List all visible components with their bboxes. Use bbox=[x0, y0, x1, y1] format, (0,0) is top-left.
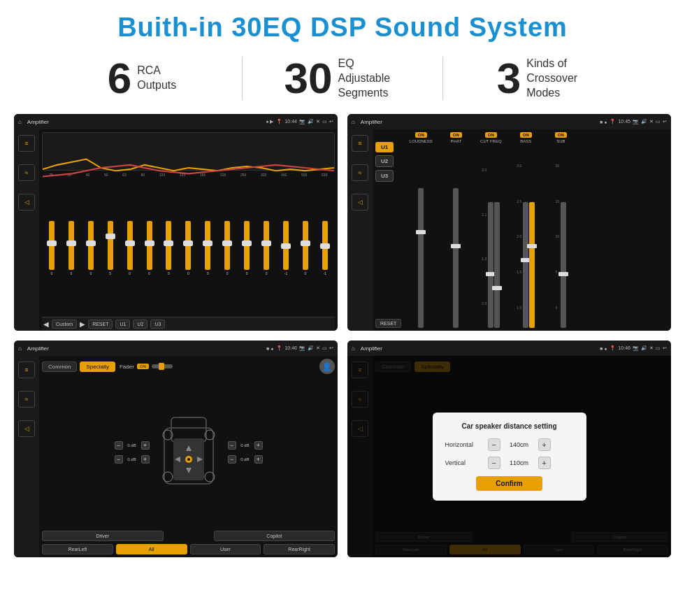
cutfreq-freq-labels: 3.02.11.30.5 bbox=[482, 145, 486, 328]
cutfreq-label: CUT FREQ bbox=[480, 139, 502, 143]
vol-left: − 0 dB + − 0 dB + bbox=[115, 441, 150, 464]
eq-u3-button[interactable]: U3 bbox=[150, 320, 165, 329]
vol-lt-minus[interactable]: − bbox=[115, 441, 123, 450]
vol-lt-plus[interactable]: + bbox=[141, 441, 150, 450]
bass-on-badge: ON bbox=[520, 132, 532, 138]
screen1-body: ≡ ≈ ◁ 2532405063 80100125160200 25032040… bbox=[14, 129, 338, 331]
confirm-button[interactable]: Confirm bbox=[476, 476, 542, 491]
loudness-on-badge: ON bbox=[415, 132, 427, 138]
specialty-tab[interactable]: Specialty bbox=[80, 361, 115, 372]
screen2-status-icons: 📍 10:45 📷 🔊 ✕ ▭ ↩ bbox=[610, 119, 667, 124]
eq-next-button[interactable]: ▶ bbox=[80, 320, 85, 328]
stat-rca: 6 RCA Outputs bbox=[42, 57, 242, 100]
loudness-slider[interactable] bbox=[418, 145, 424, 328]
crossover-channels: ON LOUDNESS ON PHAT bbox=[405, 132, 668, 328]
screens-grid: ⌂ Amplifier ● ▶ 📍 10:44 📷 🔊 ✕ ▭ ↩ ≡ ≈ ◁ bbox=[0, 110, 685, 564]
stat-crossover: 3 Kinds of Crossover Modes bbox=[442, 57, 643, 100]
sub-freq-labels: 20151050 bbox=[556, 145, 560, 328]
rearleft-button[interactable]: RearLeft bbox=[42, 544, 113, 554]
screen3-topbar: ⌂ Amplifier ■ ● 📍 10:46 📷 🔊 ✕ ▭ ↩ bbox=[14, 341, 338, 356]
bass-freq-labels: 3.02.52.01.51.0 bbox=[517, 145, 521, 328]
screen1-topbar: ⌂ Amplifier ● ▶ 📍 10:44 📷 🔊 ✕ ▭ ↩ bbox=[14, 114, 338, 129]
screen4-status-icons: 📍 10:46 📷 🔊 ✕ ▭ ↩ bbox=[610, 345, 667, 351]
vol-left-top: − 0 dB + bbox=[115, 441, 150, 450]
vol-lb-plus[interactable]: + bbox=[141, 455, 150, 464]
vol-right-top: − 0 dB + bbox=[228, 441, 263, 450]
common-tab[interactable]: Common bbox=[42, 361, 77, 372]
fader-slider[interactable] bbox=[152, 364, 173, 368]
screen-speaker: ⌂ Amplifier ■ ● 📍 10:46 📷 🔊 ✕ ▭ ↩ ≡ ≈ ◁ bbox=[14, 341, 338, 557]
vol-rt-minus[interactable]: − bbox=[228, 441, 236, 450]
eq-u1-button[interactable]: U1 bbox=[115, 320, 130, 329]
sub-label: SUB bbox=[556, 139, 565, 143]
horizontal-minus-button[interactable]: − bbox=[488, 438, 500, 451]
home-icon2[interactable]: ⌂ bbox=[352, 119, 355, 125]
screen1-left-icons: ≡ ≈ ◁ bbox=[14, 129, 39, 331]
u-buttons: U1 U2 U3 RESET bbox=[375, 132, 401, 328]
eq-custom-label: Custom bbox=[52, 320, 77, 329]
stat-crossover-label: Kinds of Crossover Modes bbox=[526, 57, 589, 100]
u1-button[interactable]: U1 bbox=[375, 142, 394, 152]
home-icon[interactable]: ⌂ bbox=[18, 119, 22, 125]
vertical-minus-button[interactable]: − bbox=[488, 457, 500, 469]
bass-label: BASS bbox=[520, 139, 531, 143]
vol-rb-minus[interactable]: − bbox=[228, 455, 236, 464]
eq-bottom-bar: ◀ Custom ▶ RESET U1 U2 U3 bbox=[42, 317, 335, 331]
crossover-reset-button[interactable]: RESET bbox=[375, 319, 401, 328]
speaker-icon[interactable]: ◁ bbox=[18, 194, 35, 210]
wave-icon2[interactable]: ≈ bbox=[352, 164, 368, 181]
eq-prev-button[interactable]: ◀ bbox=[43, 320, 49, 328]
speaker-icon3[interactable]: ◁ bbox=[18, 420, 35, 437]
rearright-button[interactable]: RearRight bbox=[264, 544, 335, 554]
stats-row: 6 RCA Outputs 30 EQ Adjustable Segments … bbox=[0, 50, 685, 110]
screen2-left-icons: ≡ ≈ ◁ bbox=[347, 129, 373, 331]
vol-rt-plus[interactable]: + bbox=[254, 441, 263, 450]
home-icon4[interactable]: ⌂ bbox=[352, 345, 355, 352]
ch-loudness: ON LOUDNESS bbox=[405, 132, 436, 328]
driver-button[interactable]: Driver bbox=[42, 531, 164, 541]
fader-label: Fader bbox=[120, 364, 134, 370]
screen2-title: Amplifier bbox=[361, 119, 382, 125]
screen-crossover: ⌂ Amplifier ■ ● 📍 10:45 📷 🔊 ✕ ▭ ↩ ≡ ≈ ◁ … bbox=[347, 114, 671, 331]
vertical-plus-button[interactable]: + bbox=[538, 457, 551, 469]
u2-button[interactable]: U2 bbox=[375, 155, 394, 167]
screen-eq: ⌂ Amplifier ● ▶ 📍 10:44 📷 🔊 ✕ ▭ ↩ ≡ ≈ ◁ bbox=[14, 114, 338, 331]
user-button[interactable]: User bbox=[190, 544, 261, 554]
wave-icon[interactable]: ≈ bbox=[18, 164, 35, 181]
bottom-buttons2: RearLeft All User RearRight bbox=[42, 544, 335, 554]
crossover-main: U1 U2 U3 RESET ON LOUDNESS bbox=[373, 129, 671, 331]
vol-rb-plus[interactable]: + bbox=[254, 455, 263, 464]
screen4-body: ≡ ≈ ◁ Common Specialty Driver Copilot bbox=[347, 356, 671, 557]
eq-main: 2532405063 80100125160200 25032040050063… bbox=[39, 129, 338, 331]
vol-rt-value: 0 dB bbox=[238, 443, 253, 447]
profile-icon[interactable]: 👤 bbox=[319, 359, 335, 374]
screen2-topbar: ⌂ Amplifier ■ ● 📍 10:45 📷 🔊 ✕ ▭ ↩ bbox=[347, 114, 671, 129]
horizontal-plus-button[interactable]: + bbox=[538, 438, 551, 451]
u3-button[interactable]: U3 bbox=[375, 170, 394, 182]
vol-lt-value: 0 dB bbox=[124, 443, 140, 447]
eq-icon2[interactable]: ≡ bbox=[352, 135, 368, 152]
vol-right: − 0 dB + − 0 dB + bbox=[228, 441, 263, 464]
phat-label: PHAT bbox=[451, 139, 462, 143]
wave-icon3[interactable]: ≈ bbox=[18, 391, 35, 408]
speaker-icon2[interactable]: ◁ bbox=[352, 194, 368, 210]
vol-lb-value: 0 dB bbox=[124, 457, 140, 461]
bottom-buttons: Driver Copilot bbox=[42, 531, 335, 541]
ch-phat: ON PHAT bbox=[440, 132, 471, 328]
phat-slider[interactable] bbox=[453, 145, 459, 328]
copilot-button[interactable]: Copilot bbox=[214, 531, 336, 541]
vol-rb-value: 0 dB bbox=[238, 457, 253, 461]
stat-crossover-number: 3 bbox=[497, 57, 521, 100]
eq-u2-button[interactable]: U2 bbox=[133, 320, 147, 329]
screen1-status-icons: 📍 10:44 📷 🔊 ✕ ▭ ↩ bbox=[276, 119, 333, 124]
vol-lb-minus[interactable]: − bbox=[115, 455, 123, 464]
screen-distance: ⌂ Amplifier ■ ● 📍 10:46 📷 🔊 ✕ ▭ ↩ ≡ ≈ ◁ bbox=[347, 341, 671, 557]
eq-reset-button[interactable]: RESET bbox=[88, 320, 113, 329]
home-icon3[interactable]: ⌂ bbox=[18, 345, 22, 352]
svg-point-8 bbox=[187, 458, 190, 461]
eq-icon[interactable]: ≡ bbox=[18, 135, 35, 152]
stat-eq-label: EQ Adjustable Segments bbox=[338, 57, 401, 100]
eq-icon3[interactable]: ≡ bbox=[18, 361, 35, 378]
stat-eq-number: 30 bbox=[284, 57, 333, 100]
all-button[interactable]: All bbox=[116, 544, 187, 554]
